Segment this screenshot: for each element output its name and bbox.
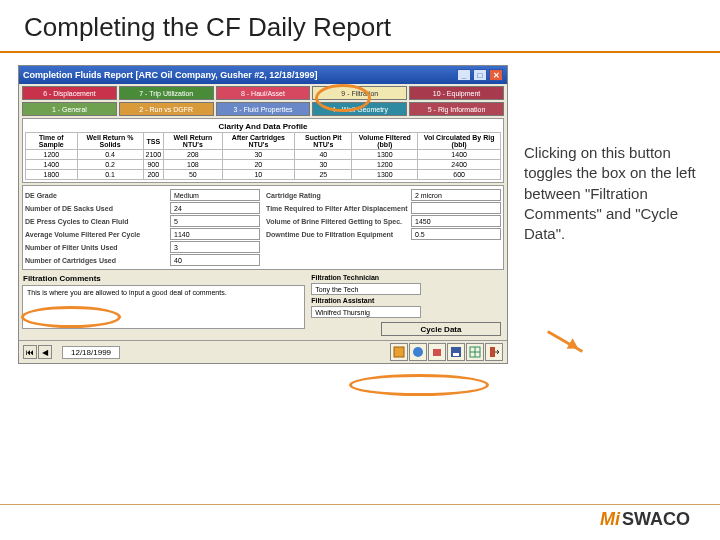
comments-textarea[interactable]: This is where you are allowed to input a…: [22, 285, 305, 329]
tab-fluid-properties[interactable]: 3 - Fluid Properties: [216, 102, 311, 116]
tab-rig-information[interactable]: 5 - Rig Information: [409, 102, 504, 116]
logo: Mi SWACO: [600, 509, 690, 530]
right-column: Cartridge Rating2 micronTime Required to…: [266, 188, 501, 267]
nav-first-button[interactable]: ⏮: [23, 345, 37, 359]
field-input[interactable]: 2 micron: [411, 189, 501, 201]
field-row: Average Volume Filtered Per Cycle1140: [25, 228, 260, 240]
save-icon[interactable]: [447, 343, 465, 361]
clarity-panel: Clarity And Data Profile Time of SampleW…: [22, 118, 504, 183]
tab-trip-utilization[interactable]: 7 - Trip Utilization: [119, 86, 214, 100]
grid-cell[interactable]: 20: [222, 160, 295, 170]
grid-header: Well Return NTU's: [164, 133, 222, 150]
date-display: 12/18/1999: [62, 346, 120, 359]
grid-cell[interactable]: 30: [222, 150, 295, 160]
grid-cell[interactable]: 1300: [352, 150, 418, 160]
left-column: DE GradeMediumNumber of DE Sacks Used24D…: [25, 188, 260, 267]
assistant-field[interactable]: Winifred Thursnig: [311, 306, 421, 318]
cycle-data-button[interactable]: Cycle Data: [381, 322, 501, 336]
field-row: Downtime Due to Filtration Equipment0.5: [266, 228, 501, 240]
field-input[interactable]: 40: [170, 254, 260, 266]
technician-panel: Filtration Technician Tony the Tech Filt…: [308, 272, 507, 340]
logo-brand: SWACO: [622, 509, 690, 530]
grid-cell[interactable]: 1400: [418, 150, 501, 160]
field-label: Number of Cartridges Used: [25, 257, 170, 264]
field-label: Volume of Brine Filtered Getting to Spec…: [266, 218, 411, 225]
maximize-button[interactable]: □: [473, 69, 487, 81]
grid-cell[interactable]: 600: [418, 170, 501, 180]
data-grid: Time of SampleWell Return % SolidsTSSWel…: [25, 132, 501, 180]
field-input[interactable]: 3: [170, 241, 260, 253]
nav-prev-button[interactable]: ◀: [38, 345, 52, 359]
grid-cell[interactable]: 25: [295, 170, 352, 180]
tab-run-vs-dgfr[interactable]: 2 - Run vs DGFR: [119, 102, 214, 116]
field-label: Time Required to Filter After Displaceme…: [266, 205, 411, 212]
minimize-button[interactable]: _: [457, 69, 471, 81]
grid-cell[interactable]: 200: [143, 170, 164, 180]
field-input[interactable]: 5: [170, 215, 260, 227]
grid-cell[interactable]: 2400: [418, 160, 501, 170]
svg-rect-0: [394, 347, 404, 357]
field-label: Downtime Due to Filtration Equipment: [266, 231, 411, 238]
grid-icon[interactable]: [466, 343, 484, 361]
tab-displacement[interactable]: 6 - Displacement: [22, 86, 117, 100]
grid-cell[interactable]: 2100: [143, 150, 164, 160]
field-input[interactable]: Medium: [170, 189, 260, 201]
field-row: Number of Filter Units Used3: [25, 241, 260, 253]
grid-cell[interactable]: 0.2: [77, 160, 143, 170]
field-label: Average Volume Filtered Per Cycle: [25, 231, 170, 238]
grid-cell[interactable]: 900: [143, 160, 164, 170]
field-label: Cartridge Rating: [266, 192, 411, 199]
grid-cell[interactable]: 108: [164, 160, 222, 170]
grid-cell[interactable]: 0.1: [77, 170, 143, 180]
field-row: Time Required to Filter After Displaceme…: [266, 202, 501, 214]
exit-icon[interactable]: [485, 343, 503, 361]
grid-cell[interactable]: 1200: [26, 150, 78, 160]
grid-cell[interactable]: 1800: [26, 170, 78, 180]
field-input[interactable]: [411, 202, 501, 214]
section-title: Clarity And Data Profile: [25, 121, 501, 132]
slide-title: Completing the CF Daily Report: [0, 0, 720, 53]
toolbar-icon-1[interactable]: [390, 343, 408, 361]
toolbar-icon-2[interactable]: [409, 343, 427, 361]
field-row: DE GradeMedium: [25, 189, 260, 201]
window-title: Completion Fluids Report [ARC Oil Compan…: [23, 70, 317, 80]
grid-cell[interactable]: 208: [164, 150, 222, 160]
technician-field[interactable]: Tony the Tech: [311, 283, 421, 295]
field-row: Cartridge Rating2 micron: [266, 189, 501, 201]
svg-rect-2: [433, 349, 441, 356]
report-window: Completion Fluids Report [ARC Oil Compan…: [18, 65, 508, 364]
svg-rect-4: [453, 353, 459, 356]
field-input[interactable]: 0.5: [411, 228, 501, 240]
field-input[interactable]: 1450: [411, 215, 501, 227]
tab-well-geometry[interactable]: 4 - Well Geometry: [312, 102, 407, 116]
grid-cell[interactable]: 30: [295, 160, 352, 170]
grid-header: TSS: [143, 133, 164, 150]
fields-panel: DE GradeMediumNumber of DE Sacks Used24D…: [22, 185, 504, 270]
grid-cell[interactable]: 1300: [352, 170, 418, 180]
svg-rect-8: [490, 347, 495, 357]
field-row: Volume of Brine Filtered Getting to Spec…: [266, 215, 501, 227]
tab-haul-asset[interactable]: 8 - Haul/Asset: [216, 86, 311, 100]
svg-point-1: [413, 347, 423, 357]
grid-cell[interactable]: 40: [295, 150, 352, 160]
grid-cell[interactable]: 1200: [352, 160, 418, 170]
window-titlebar: Completion Fluids Report [ARC Oil Compan…: [19, 66, 507, 84]
grid-cell[interactable]: 1400: [26, 160, 78, 170]
annotation-text: Clicking on this button toggles the box …: [524, 65, 704, 364]
grid-row: 14000.2900108203012002400: [26, 160, 501, 170]
toolbar-icon-3[interactable]: [428, 343, 446, 361]
tab-general[interactable]: 1 - General: [22, 102, 117, 116]
grid-cell[interactable]: 10: [222, 170, 295, 180]
grid-cell[interactable]: 50: [164, 170, 222, 180]
field-input[interactable]: 24: [170, 202, 260, 214]
close-button[interactable]: ✕: [489, 69, 503, 81]
grid-cell[interactable]: 0.4: [77, 150, 143, 160]
field-input[interactable]: 1140: [170, 228, 260, 240]
tab-filtration[interactable]: 9 - Filtration: [312, 86, 407, 100]
grid-header: Suction Pit NTU's: [295, 133, 352, 150]
comments-label: Filtration Comments: [19, 272, 308, 285]
annotation-circle-cycle-data: [349, 374, 489, 396]
bottom-bar: ⏮ ◀ 12/18/1999: [19, 340, 507, 363]
tabs-row-1: 6 - Displacement 7 - Trip Utilization 8 …: [19, 84, 507, 100]
tab-equipment[interactable]: 10 - Equipment: [409, 86, 504, 100]
